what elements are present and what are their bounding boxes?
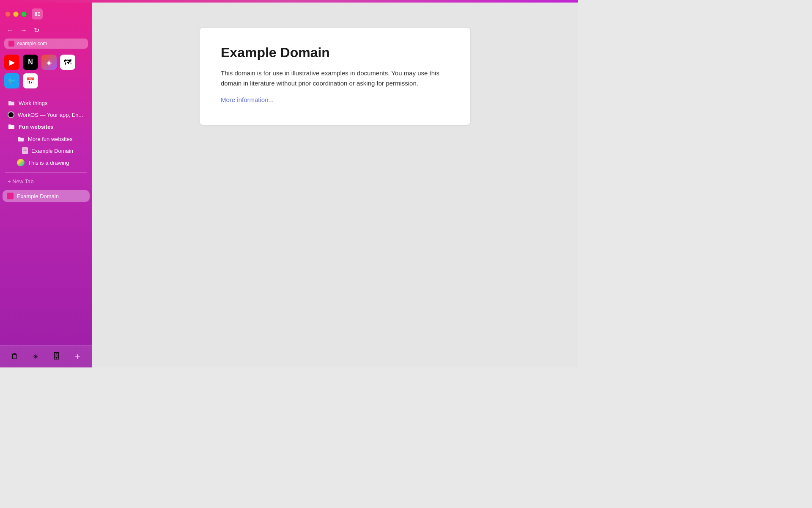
- tab-favicon: [7, 193, 14, 199]
- folder-icon: [8, 99, 15, 106]
- sidebar-item-workos[interactable]: WorkOS — Your app, En...: [3, 109, 90, 120]
- svg-rect-3: [38, 15, 40, 16]
- work-things-label: Work things: [19, 100, 47, 106]
- example-domain-sub-label: Example Domain: [31, 148, 73, 154]
- more-fun-folder-icon: [17, 135, 25, 143]
- svg-rect-2: [38, 14, 40, 14]
- drawing-label: This is a drawing: [28, 160, 69, 166]
- nav-buttons: ← → ↻: [0, 24, 92, 39]
- sidebar-icon: [34, 11, 40, 17]
- bookmark-twitter[interactable]: 🐦: [4, 73, 19, 88]
- more-fun-websites-label: More fun websites: [28, 136, 73, 142]
- reload-button[interactable]: ↻: [32, 25, 41, 35]
- active-tab[interactable]: Example Domain: [3, 190, 90, 202]
- bottom-dock: 🗒 ☀ 🗄 +: [0, 345, 92, 367]
- sidebar-section-main: Work things WorkOS — Your app, En... Fun…: [0, 95, 92, 171]
- tab-title: Example Domain: [17, 193, 85, 199]
- traffic-lights: [5, 11, 27, 17]
- workos-label: WorkOS — Your app, En...: [18, 112, 83, 118]
- subfolder-icon: [18, 136, 24, 142]
- sidebar-item-more-fun-websites[interactable]: More fun websites: [12, 133, 90, 145]
- separator-1: [5, 93, 87, 93]
- traffic-light-close[interactable]: [5, 11, 11, 17]
- bookmark-gcal[interactable]: 📅: [23, 73, 38, 88]
- more-information-link[interactable]: More information...: [221, 96, 274, 103]
- sidebar-item-drawing[interactable]: This is a drawing: [12, 157, 90, 168]
- work-things-icon: [8, 99, 15, 107]
- dock-add-icon[interactable]: +: [71, 350, 84, 364]
- address-favicon: [8, 41, 14, 47]
- browser-window: ← → ↻ example.com ▶ N ◈ 🗺 🐦: [0, 3, 578, 367]
- workos-icon: [8, 111, 14, 118]
- content-card: Example Domain This domain is for use in…: [200, 28, 470, 125]
- traffic-light-fullscreen[interactable]: [21, 11, 27, 17]
- fun-websites-label: Fun websites: [19, 124, 53, 130]
- traffic-light-minimize[interactable]: [13, 11, 19, 17]
- drawing-icon: [17, 159, 25, 166]
- sidebar-toolbar: [0, 6, 92, 24]
- bookmark-notion[interactable]: N: [23, 55, 38, 70]
- new-tab-label: + New Tab: [8, 178, 34, 185]
- back-button[interactable]: ←: [5, 26, 15, 35]
- address-text: example.com: [17, 41, 84, 47]
- main-content: Example Domain This domain is for use in…: [92, 3, 578, 367]
- separator-2: [5, 172, 87, 173]
- forward-button[interactable]: →: [19, 26, 29, 35]
- sidebar-item-work-things[interactable]: Work things: [3, 97, 90, 109]
- new-tab-button[interactable]: + New Tab: [3, 176, 90, 187]
- content-title: Example Domain: [221, 45, 449, 61]
- bookmark-youtube[interactable]: ▶: [4, 55, 19, 70]
- sidebar-item-example-domain[interactable]: Example Domain: [17, 145, 90, 156]
- sidebar-item-fun-websites[interactable]: Fun websites: [3, 121, 90, 133]
- svg-rect-0: [35, 12, 37, 16]
- bookmark-figma[interactable]: ◈: [41, 55, 57, 70]
- fun-websites-icon: [8, 123, 15, 130]
- sidebar-toggle-button[interactable]: [32, 8, 43, 19]
- example-domain-page-icon: [22, 147, 28, 154]
- svg-rect-1: [38, 12, 40, 13]
- dock-notes-icon[interactable]: 🗒: [8, 350, 22, 364]
- bookmark-googlemaps[interactable]: 🗺: [60, 55, 75, 70]
- sidebar: ← → ↻ example.com ▶ N ◈ 🗺 🐦: [0, 3, 92, 367]
- dock-sun-icon[interactable]: ☀: [29, 350, 42, 364]
- dock-db-icon[interactable]: 🗄: [50, 350, 63, 364]
- bookmarks-row: ▶ N ◈ 🗺 🐦 📅: [0, 53, 92, 91]
- content-body: This domain is for use in illustrative e…: [221, 68, 449, 88]
- sidebar-group-more-fun: More fun websites Example Domain This is…: [4, 133, 92, 168]
- fun-folder-icon: [8, 123, 15, 130]
- address-bar[interactable]: example.com: [4, 39, 88, 49]
